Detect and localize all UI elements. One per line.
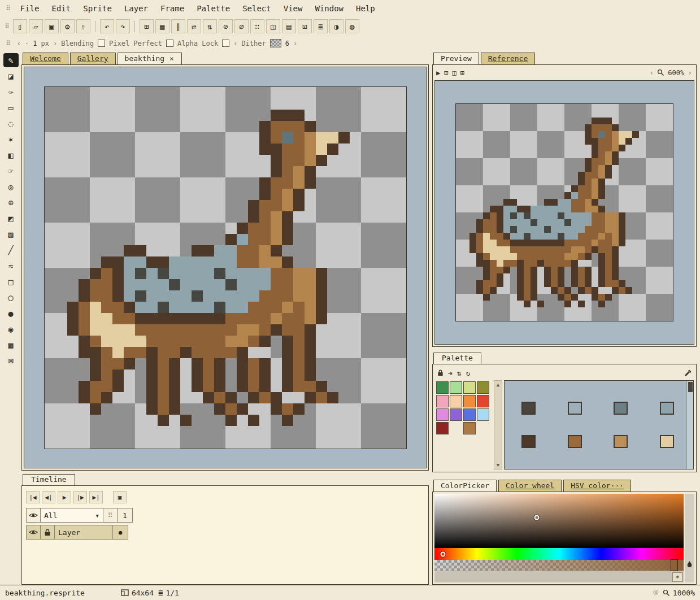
tool-pencil[interactable]: ✎: [3, 53, 19, 67]
undo-button[interactable]: ↶: [100, 19, 114, 33]
palette-swatch[interactable]: [477, 408, 489, 421]
tool-paint-bucket[interactable]: ◧: [3, 148, 19, 162]
used-color-swatch[interactable]: [521, 435, 536, 448]
palette-swatch[interactable]: [477, 395, 489, 407]
palette-swatch[interactable]: [450, 395, 462, 407]
menu-palette[interactable]: Palette: [190, 2, 236, 15]
palette-swatch[interactable]: [436, 422, 449, 434]
frame-number-cell[interactable]: 1: [117, 508, 133, 523]
palette-swatch[interactable]: [450, 381, 462, 394]
alpha-lock-checkbox[interactable]: [222, 40, 229, 47]
sprite-canvas[interactable]: [44, 86, 407, 449]
used-color-swatch[interactable]: [568, 435, 582, 448]
ink-drop-button[interactable]: [686, 560, 693, 568]
preview-pasteboard[interactable]: [434, 80, 694, 345]
used-color-swatch[interactable]: [521, 402, 536, 415]
tab-color-wheel[interactable]: Color wheel: [498, 480, 562, 492]
scanlines-button[interactable]: ◫: [266, 19, 280, 33]
tab-timeline[interactable]: Timeline: [23, 474, 75, 486]
hue-cursor[interactable]: [441, 551, 446, 556]
last-frame-button[interactable]: ▶|: [89, 491, 103, 503]
play-preview-button[interactable]: ▶: [436, 69, 441, 77]
brush-size-decrease[interactable]: ‹: [17, 40, 21, 47]
layer-visibility-toggle[interactable]: [26, 525, 41, 540]
layer-name[interactable]: Layer: [54, 525, 113, 540]
canvas-pasteboard[interactable]: [24, 67, 427, 468]
alpha-slider[interactable]: [434, 560, 684, 571]
tool-line[interactable]: ╱: [3, 243, 19, 257]
layout-button[interactable]: ≣: [314, 19, 328, 33]
saturation-value-square[interactable]: [434, 494, 684, 548]
menu-select[interactable]: Select: [236, 2, 277, 15]
new-file-button[interactable]: ▯: [13, 19, 27, 33]
palette-lock-button[interactable]: [437, 369, 444, 376]
color-options-button[interactable]: ∗: [672, 572, 682, 582]
menu-sprite[interactable]: Sprite: [77, 2, 118, 15]
alpha-cursor[interactable]: [671, 560, 677, 571]
tool-lasso-select[interactable]: ◌: [3, 116, 19, 131]
used-colors-scrollbar[interactable]: [686, 381, 693, 469]
export-button[interactable]: ⇧: [76, 19, 90, 33]
menu-frame[interactable]: Frame: [154, 2, 190, 15]
dither-decrease[interactable]: ‹: [233, 40, 237, 47]
used-color-swatch[interactable]: [614, 402, 628, 415]
settings-button[interactable]: ⚙: [60, 19, 75, 33]
palette-swatch[interactable]: [463, 395, 476, 407]
brush-spacing-button[interactable]: ∥: [171, 19, 185, 33]
palette-swatch[interactable]: [463, 381, 476, 394]
tool-curve[interactable]: ≈: [3, 259, 19, 273]
save-file-button[interactable]: ▣: [45, 19, 59, 33]
tool-filled-ellipse[interactable]: ●: [3, 306, 19, 320]
actual-size-button[interactable]: ◫: [451, 69, 456, 77]
layer-filter-dropdown[interactable]: All ▾: [40, 508, 103, 523]
prev-frame-button[interactable]: ◀|: [42, 491, 55, 503]
menu-window[interactable]: Window: [308, 2, 350, 15]
layer-lock-toggle[interactable]: [40, 525, 55, 540]
flip-horizontal-button[interactable]: ⇄: [187, 19, 201, 33]
tool-blur[interactable]: ◉: [3, 322, 19, 336]
palette-insert-button[interactable]: ⇥: [448, 369, 453, 377]
tab-preview[interactable]: Preview: [433, 53, 479, 65]
used-color-swatch[interactable]: [660, 435, 674, 448]
blending-checkbox[interactable]: [98, 40, 105, 47]
palette-swatch[interactable]: [477, 381, 489, 394]
next-frame-button[interactable]: |▶: [73, 491, 87, 503]
copy-merged-button[interactable]: ▤: [282, 19, 296, 33]
preview-zoom-in[interactable]: ›: [688, 68, 692, 77]
tool-rectangle[interactable]: □: [3, 275, 19, 289]
snap-button[interactable]: ∷: [250, 19, 264, 33]
close-tab-icon[interactable]: ×: [169, 54, 175, 63]
tool-zoom[interactable]: ◎: [3, 180, 19, 194]
hue-slider[interactable]: [434, 548, 684, 560]
menu-file[interactable]: File: [14, 2, 46, 15]
tool-dither-brush[interactable]: ▩: [3, 338, 19, 352]
tool-gradient[interactable]: ▨: [3, 227, 19, 241]
timeline-grid-handle[interactable]: ⠿: [103, 508, 118, 523]
tool-stamp[interactable]: ⊠: [3, 354, 19, 368]
tool-move[interactable]: ⊕: [3, 195, 19, 210]
fit-screen-button[interactable]: ⊡: [444, 69, 449, 77]
tool-shading[interactable]: ◩: [3, 211, 19, 225]
menu-help[interactable]: Help: [350, 2, 381, 15]
tilemap-button[interactable]: ▦: [155, 19, 169, 33]
sv-cursor[interactable]: [534, 515, 539, 520]
scroll-down-icon[interactable]: ▼: [497, 462, 499, 468]
palette-swatch[interactable]: [463, 422, 476, 434]
scrollbar-thumb[interactable]: [688, 382, 693, 392]
select-box-button[interactable]: ⊡: [298, 19, 312, 33]
preview-zoom-out[interactable]: ‹: [649, 68, 654, 77]
tool-hand[interactable]: ☞: [3, 164, 19, 178]
tab-reference[interactable]: Reference: [481, 53, 535, 65]
brush-size-value[interactable]: 1: [33, 40, 37, 47]
palette-swatch[interactable]: [450, 408, 462, 421]
layer-cel[interactable]: ●: [112, 525, 128, 540]
tool-ink-pen[interactable]: ✑: [3, 85, 19, 99]
eyedropper-button[interactable]: [684, 369, 692, 377]
used-color-swatch[interactable]: [614, 435, 628, 448]
menu-layer[interactable]: Layer: [118, 2, 154, 15]
palette-sort-button[interactable]: ⇅: [457, 369, 462, 377]
tab-gallery[interactable]: Gallery: [70, 53, 116, 65]
pixel-perfect-checkbox[interactable]: [166, 40, 173, 47]
tab-beakthing[interactable]: beakthing×: [118, 53, 182, 65]
tab-welcome[interactable]: Welcome: [23, 53, 68, 65]
